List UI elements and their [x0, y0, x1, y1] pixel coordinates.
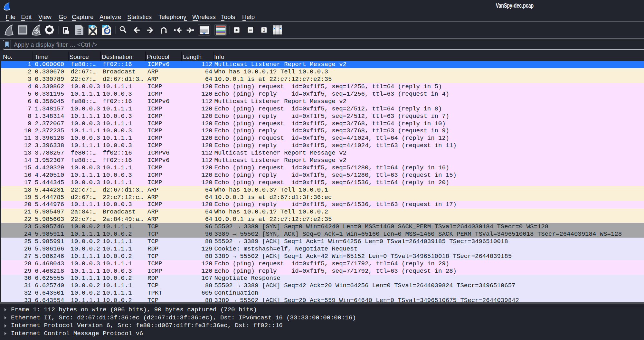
svg-text:1: 1 — [263, 27, 265, 33]
